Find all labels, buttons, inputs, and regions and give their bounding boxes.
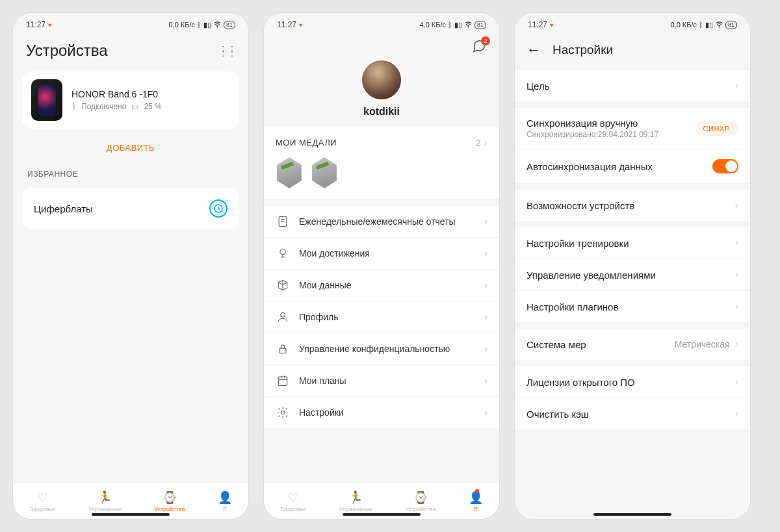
item-plans[interactable]: Мои планы › — [264, 365, 499, 397]
device-status: Подключено — [81, 102, 126, 111]
home-indicator[interactable] — [92, 513, 170, 516]
add-button[interactable]: ДОБАВИТЬ — [13, 134, 248, 159]
sync-button[interactable]: СИНХР. — [696, 121, 738, 136]
report-icon — [276, 215, 290, 228]
nav-health[interactable]: ♡Здоровье — [29, 490, 55, 513]
lock-icon — [276, 342, 290, 355]
autosync-toggle[interactable] — [712, 159, 738, 173]
chevron-right-icon: › — [735, 80, 738, 92]
chevron-right-icon: › — [484, 136, 488, 148]
run-icon: 🏃 — [348, 490, 363, 505]
chevron-right-icon: › — [484, 343, 488, 355]
home-indicator[interactable] — [593, 513, 671, 516]
item-privacy[interactable]: Управление конфиденциальностью › — [264, 333, 499, 365]
bluetooth-icon: ᛒ — [72, 102, 76, 111]
chevron-right-icon: › — [484, 375, 488, 386]
status-bar: 11:27 ♥ 4,0 КБ/с ᛒ ▮▯ 81 — [264, 13, 499, 34]
username: kotdikii — [363, 106, 400, 118]
svg-rect-7 — [278, 377, 287, 385]
row-goal[interactable]: Цель › — [515, 70, 750, 101]
heart-icon: ♥ — [299, 21, 303, 29]
scan-icon[interactable]: : :: : — [222, 45, 235, 56]
row-plugins[interactable]: Настройки плагинов › — [515, 291, 750, 322]
medals-header[interactable]: МОИ МЕДАЛИ 2› — [264, 127, 499, 155]
svg-point-8 — [281, 411, 285, 414]
heart-icon: ♥ — [48, 21, 52, 29]
nav-me[interactable]: 👤Я — [218, 490, 232, 513]
chevron-right-icon: › — [484, 247, 488, 259]
svg-point-9 — [719, 27, 720, 27]
screen-settings: 11:27 ♥ 0,0 КБ/с ᛒ ▮▯ 81 ← Настройки Цел… — [515, 13, 750, 519]
device-image — [31, 79, 62, 121]
medal-icon[interactable] — [276, 157, 303, 188]
messages-badge: 2 — [481, 36, 490, 45]
svg-point-5 — [281, 312, 285, 317]
bluetooth-icon: ᛒ — [448, 21, 452, 29]
status-net: 0,0 КБ/с — [168, 21, 195, 29]
watch-icon: ⌚ — [162, 490, 177, 505]
row-units[interactable]: Система мер Метрическая› — [515, 329, 750, 360]
gear-icon — [276, 406, 290, 419]
item-profile[interactable]: Профиль › — [264, 301, 499, 333]
units-value: Метрическая — [675, 339, 730, 349]
battery-icon: ▭ — [131, 102, 138, 111]
clock-icon — [209, 199, 228, 218]
row-device-capabilities[interactable]: Возможности устройств › — [515, 190, 750, 221]
favorites-label: ИЗБРАННОЕ — [13, 159, 248, 183]
person-icon — [276, 310, 290, 323]
item-reports[interactable]: Еженедельные/ежемесячные отчеты › — [264, 206, 499, 238]
nav-me[interactable]: 👤Я — [469, 490, 483, 513]
medal-icon[interactable] — [311, 157, 338, 188]
item-settings[interactable]: Настройки › — [264, 397, 499, 428]
home-indicator[interactable] — [343, 513, 421, 516]
run-icon: 🏃 — [98, 490, 112, 505]
wifi-icon — [213, 20, 222, 30]
watchfaces-label: Циферблаты — [34, 203, 93, 214]
heart-icon: ♡ — [288, 490, 298, 505]
bluetooth-icon: ᛒ — [197, 21, 202, 29]
chevron-right-icon: › — [735, 269, 738, 281]
row-workout-settings[interactable]: Настройки тренировки › — [515, 227, 750, 259]
device-name: HONOR Band 6 -1F0 — [72, 89, 162, 99]
nav-devices[interactable]: ⌚Устройства — [154, 490, 185, 513]
battery-icon: 81 — [224, 21, 235, 29]
item-mydata[interactable]: Мои данные › — [264, 270, 499, 301]
nav-exercise[interactable]: 🏃Упражнение — [88, 490, 122, 513]
calendar-icon — [276, 374, 290, 387]
signal-icon: ▮▯ — [454, 21, 462, 29]
bluetooth-icon: ᛒ — [699, 21, 703, 29]
wifi-icon — [715, 20, 723, 30]
svg-rect-6 — [280, 348, 286, 353]
status-bar: 11:27 ♥ 0,0 КБ/с ᛒ ▮▯ 81 — [515, 13, 750, 34]
watchfaces-item[interactable]: Циферблаты — [22, 188, 239, 229]
sync-timestamp: Синхронизировано:29.04.2021 09:17 — [526, 130, 658, 139]
chevron-right-icon: › — [735, 338, 738, 350]
messages-button[interactable]: 2 — [472, 39, 486, 57]
trophy-icon — [276, 247, 290, 260]
status-time: 11:27 — [26, 20, 46, 29]
avatar[interactable] — [361, 59, 402, 101]
device-card[interactable]: HONOR Band 6 -1F0 ᛒ Подключено ▭ 25 % — [22, 71, 239, 129]
chevron-right-icon: › — [484, 407, 488, 418]
row-sync-manual[interactable]: Синхронизация вручную Синхронизировано:2… — [515, 108, 750, 149]
item-achievements[interactable]: Мои достижения › — [264, 238, 499, 270]
status-net: 0,0 КБ/с — [670, 21, 697, 29]
row-clear-cache[interactable]: Очистить кэш › — [515, 398, 750, 429]
back-button[interactable]: ← — [526, 42, 541, 58]
nav-devices[interactable]: ⌚Устройства — [405, 490, 436, 513]
page-title: Устройства — [26, 42, 108, 60]
signal-icon: ▮▯ — [203, 21, 211, 29]
medals-row — [264, 155, 499, 199]
chevron-right-icon: › — [735, 301, 738, 312]
nav-health[interactable]: ♡Здоровье — [280, 490, 306, 513]
cube-icon — [276, 279, 290, 292]
svg-point-0 — [217, 27, 218, 27]
watch-icon: ⌚ — [413, 490, 428, 505]
row-autosync[interactable]: Автосинхронизация данных — [515, 149, 750, 183]
row-notifications[interactable]: Управление уведомлениями › — [515, 259, 750, 291]
chevron-right-icon: › — [735, 237, 738, 249]
row-licenses[interactable]: Лицензии открытого ПО › — [515, 366, 750, 398]
status-time: 11:27 — [528, 20, 547, 29]
nav-exercise[interactable]: 🏃Упражнение — [339, 490, 372, 513]
status-bar: 11:27 ♥ 0,0 КБ/с ᛒ ▮▯ 81 — [13, 13, 248, 34]
